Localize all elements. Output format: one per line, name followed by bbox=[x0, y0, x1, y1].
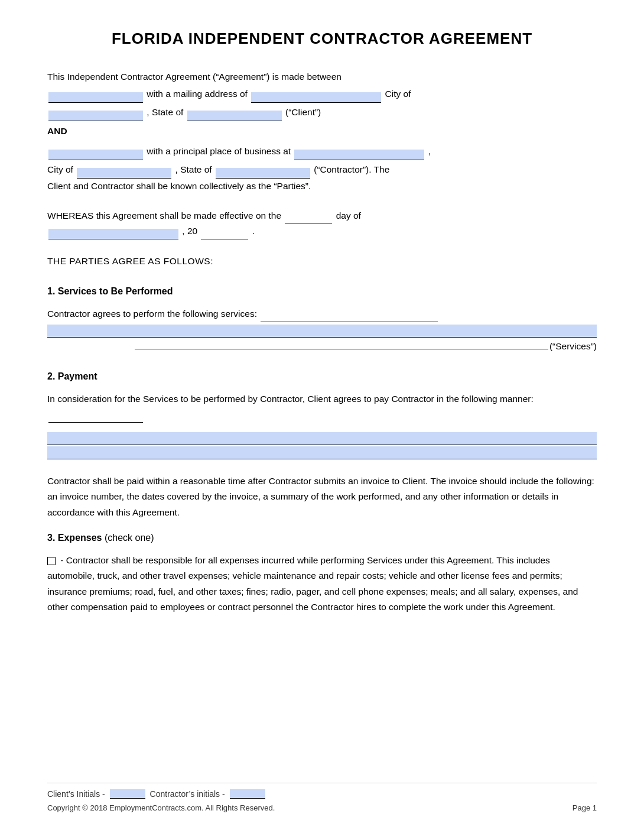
section2-body: Contractor shall be paid within a reason… bbox=[47, 476, 594, 517]
services-field1[interactable] bbox=[261, 312, 438, 322]
intro-line1: This Independent Contractor Agreement (“… bbox=[47, 72, 341, 82]
section3-check-one: (check one) bbox=[105, 533, 154, 543]
clients-initials-label: Client’s Initials - bbox=[47, 789, 105, 799]
whereas-section: WHEREAS this Agreement shall be made eff… bbox=[47, 208, 597, 239]
whereas-text1: WHEREAS this Agreement shall be made eff… bbox=[47, 210, 281, 221]
intro-row2: , State of (“Client”) bbox=[47, 103, 597, 121]
services-lines: (“Services”) bbox=[47, 325, 597, 354]
contractor-initials-field[interactable] bbox=[230, 789, 265, 799]
services-line2[interactable] bbox=[135, 339, 548, 349]
parties-line: Client and Contractor shall be known col… bbox=[47, 179, 597, 194]
footer-left: Client’s Initials - Contractor’s initial… bbox=[47, 789, 268, 799]
intro-row1: with a mailing address of City of bbox=[47, 85, 597, 103]
contractor-city-field[interactable] bbox=[77, 168, 171, 179]
month-year-field[interactable] bbox=[48, 229, 178, 239]
client-initials-field[interactable] bbox=[110, 789, 145, 799]
contractor-row1: with a principal place of business at , bbox=[47, 142, 597, 160]
year-prefix: , 20 bbox=[182, 226, 197, 236]
state-of2-label: , State of bbox=[175, 164, 212, 174]
day-of-label: day of bbox=[336, 210, 361, 221]
section3-body: - Contractor shall be responsible for al… bbox=[47, 553, 597, 615]
section2: 2. Payment In consideration for the Serv… bbox=[47, 368, 597, 459]
payment-line2[interactable] bbox=[47, 446, 597, 459]
parties-agree-section: THE PARTIES AGREE AS FOLLOWS: bbox=[47, 254, 597, 269]
contractor-state-field[interactable] bbox=[216, 168, 310, 179]
section1-heading: 1. Services to Be Performed bbox=[47, 283, 597, 299]
and-section: AND with a principal place of business a… bbox=[47, 124, 597, 194]
mailing-label: with a mailing address of bbox=[147, 89, 248, 99]
client-city-field[interactable] bbox=[48, 111, 143, 121]
section1-text: Contractor agrees to perform the followi… bbox=[47, 309, 257, 319]
section3-heading: 3. Expenses (check one) bbox=[47, 530, 597, 546]
mailing-address-field[interactable] bbox=[251, 92, 381, 103]
contractor-label: (“Contractor”). The bbox=[314, 164, 389, 174]
services-line1[interactable] bbox=[47, 325, 597, 338]
document-title: FLORIDA INDEPENDENT CONTRACTOR AGREEMENT bbox=[47, 30, 597, 48]
section1: 1. Services to Be Performed Contractor a… bbox=[47, 283, 597, 354]
intro-section: This Independent Contractor Agreement (“… bbox=[47, 69, 597, 121]
footer-copyright-row: Copyright © 2018 EmploymentContracts.com… bbox=[47, 803, 597, 812]
footer-inner: Client’s Initials - Contractor’s initial… bbox=[47, 789, 597, 799]
and-label: AND bbox=[47, 124, 597, 139]
contractor-address-field[interactable] bbox=[294, 150, 424, 160]
payment-manner-field[interactable] bbox=[48, 412, 143, 423]
section2-heading: 2. Payment bbox=[47, 368, 597, 384]
client-state-field[interactable] bbox=[187, 111, 282, 121]
whereas-row2: , 20 . bbox=[47, 223, 597, 239]
contractor-row2: City of , State of (“Contractor”). The bbox=[47, 160, 597, 179]
footer: Client’s Initials - Contractor’s initial… bbox=[47, 783, 597, 812]
section2-intro: In consideration for the Services to be … bbox=[47, 391, 597, 423]
dot: . bbox=[252, 226, 255, 236]
comma1: , bbox=[428, 146, 431, 156]
day-field[interactable] bbox=[285, 213, 332, 223]
client-label: (“Client”) bbox=[285, 107, 321, 117]
expenses-checkbox[interactable] bbox=[47, 557, 56, 565]
year-field[interactable] bbox=[201, 229, 248, 239]
section2-body-paragraph: Contractor shall be paid within a reason… bbox=[47, 474, 597, 520]
services-label: (“Services”) bbox=[549, 339, 597, 354]
state-of-label: , State of bbox=[147, 107, 183, 117]
page-number: Page 1 bbox=[573, 803, 597, 812]
contractors-initials-label: Contractor’s initials - bbox=[150, 789, 225, 799]
payment-line1[interactable] bbox=[47, 432, 597, 445]
section3-heading-text: 3. Expenses bbox=[47, 533, 105, 543]
section3-body-text: - Contractor shall be responsible for al… bbox=[47, 555, 578, 612]
city-of2-label: City of bbox=[47, 164, 73, 174]
section3: 3. Expenses (check one) - Contractor sha… bbox=[47, 530, 597, 615]
contractor-name-field[interactable] bbox=[48, 150, 143, 160]
parties-agree-text: THE PARTIES AGREE AS FOLLOWS: bbox=[47, 256, 213, 266]
section1-body: Contractor agrees to perform the followi… bbox=[47, 306, 597, 322]
services-label-row: (“Services”) bbox=[47, 339, 597, 354]
payment-lines bbox=[47, 432, 597, 459]
client-name-field[interactable] bbox=[48, 92, 143, 103]
section2-text: In consideration for the Services to be … bbox=[47, 394, 534, 404]
principal-place-label: with a principal place of business at bbox=[147, 146, 291, 156]
city-of-label: City of bbox=[385, 89, 411, 99]
copyright-text: Copyright © 2018 EmploymentContracts.com… bbox=[47, 803, 275, 812]
document-page: FLORIDA INDEPENDENT CONTRACTOR AGREEMENT… bbox=[0, 0, 644, 830]
